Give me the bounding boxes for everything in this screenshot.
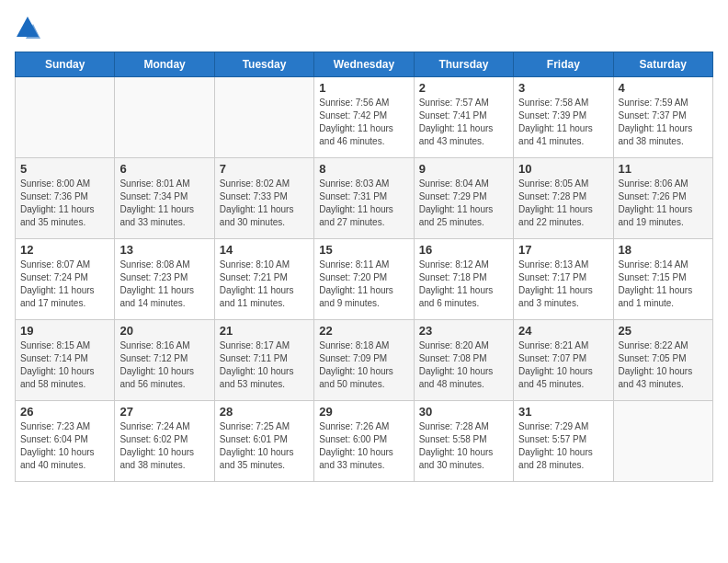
day-info: Sunrise: 8:22 AM Sunset: 7:05 PM Dayligh…	[619, 339, 708, 391]
calendar-cell	[115, 77, 214, 158]
day-number: 11	[619, 162, 708, 176]
day-info: Sunrise: 8:06 AM Sunset: 7:26 PM Dayligh…	[619, 178, 708, 229]
calendar-cell: 22Sunrise: 8:18 AM Sunset: 7:09 PM Dayli…	[314, 320, 414, 401]
calendar-cell: 1Sunrise: 7:56 AM Sunset: 7:42 PM Daylig…	[314, 77, 414, 158]
weekday-header-thursday: Thursday	[414, 52, 513, 77]
day-number: 27	[119, 405, 209, 419]
calendar-table: SundayMondayTuesdayWednesdayThursdayFrid…	[15, 52, 713, 482]
day-info: Sunrise: 8:07 AM Sunset: 7:24 PM Dayligh…	[20, 259, 109, 310]
day-number: 18	[619, 243, 708, 257]
calendar-cell: 30Sunrise: 7:28 AM Sunset: 5:58 PM Dayli…	[414, 401, 513, 482]
calendar-cell: 10Sunrise: 8:05 AM Sunset: 7:28 PM Dayli…	[514, 158, 613, 239]
day-number: 23	[419, 324, 508, 338]
day-number: 1	[319, 81, 408, 95]
calendar-cell: 2Sunrise: 7:57 AM Sunset: 7:41 PM Daylig…	[414, 77, 513, 158]
day-number: 14	[220, 243, 309, 257]
calendar-cell: 31Sunrise: 7:29 AM Sunset: 5:57 PM Dayli…	[514, 401, 613, 482]
calendar-cell: 29Sunrise: 7:26 AM Sunset: 6:00 PM Dayli…	[314, 401, 414, 482]
day-info: Sunrise: 7:24 AM Sunset: 6:02 PM Dayligh…	[119, 420, 209, 472]
day-info: Sunrise: 7:57 AM Sunset: 7:41 PM Dayligh…	[419, 97, 508, 148]
day-info: Sunrise: 7:26 AM Sunset: 6:00 PM Dayligh…	[319, 420, 408, 472]
day-number: 13	[119, 243, 209, 257]
calendar-cell: 16Sunrise: 8:12 AM Sunset: 7:18 PM Dayli…	[414, 239, 513, 320]
day-info: Sunrise: 7:25 AM Sunset: 6:01 PM Dayligh…	[220, 420, 309, 472]
day-number: 29	[319, 405, 408, 419]
day-info: Sunrise: 7:58 AM Sunset: 7:39 PM Dayligh…	[518, 97, 608, 148]
calendar-cell: 8Sunrise: 8:03 AM Sunset: 7:31 PM Daylig…	[314, 158, 414, 239]
weekday-header-saturday: Saturday	[613, 52, 712, 77]
day-info: Sunrise: 8:01 AM Sunset: 7:34 PM Dayligh…	[119, 178, 209, 229]
calendar-cell: 26Sunrise: 7:23 AM Sunset: 6:04 PM Dayli…	[16, 401, 115, 482]
day-number: 28	[220, 405, 309, 419]
day-number: 4	[619, 81, 708, 95]
day-number: 15	[319, 243, 408, 257]
calendar-cell: 12Sunrise: 8:07 AM Sunset: 7:24 PM Dayli…	[16, 239, 115, 320]
calendar-cell	[214, 77, 313, 158]
calendar-cell: 28Sunrise: 7:25 AM Sunset: 6:01 PM Dayli…	[214, 401, 313, 482]
day-number: 3	[518, 81, 608, 95]
day-number: 20	[119, 324, 209, 338]
day-number: 6	[119, 162, 209, 176]
day-info: Sunrise: 8:12 AM Sunset: 7:18 PM Dayligh…	[419, 259, 508, 310]
day-number: 24	[518, 324, 608, 338]
day-number: 2	[419, 81, 508, 95]
day-info: Sunrise: 8:11 AM Sunset: 7:20 PM Dayligh…	[319, 259, 408, 310]
calendar-cell: 27Sunrise: 7:24 AM Sunset: 6:02 PM Dayli…	[115, 401, 214, 482]
weekday-header-tuesday: Tuesday	[214, 52, 313, 77]
calendar-cell: 24Sunrise: 8:21 AM Sunset: 7:07 PM Dayli…	[514, 320, 613, 401]
calendar-cell: 3Sunrise: 7:58 AM Sunset: 7:39 PM Daylig…	[514, 77, 613, 158]
day-info: Sunrise: 7:28 AM Sunset: 5:58 PM Dayligh…	[419, 420, 508, 472]
day-number: 31	[518, 405, 608, 419]
day-number: 9	[419, 162, 508, 176]
day-number: 26	[20, 405, 109, 419]
calendar-cell: 21Sunrise: 8:17 AM Sunset: 7:11 PM Dayli…	[214, 320, 313, 401]
day-number: 5	[20, 162, 109, 176]
calendar-cell: 23Sunrise: 8:20 AM Sunset: 7:08 PM Dayli…	[414, 320, 513, 401]
day-number: 16	[419, 243, 508, 257]
day-info: Sunrise: 8:10 AM Sunset: 7:21 PM Dayligh…	[220, 259, 309, 310]
calendar-cell: 25Sunrise: 8:22 AM Sunset: 7:05 PM Dayli…	[613, 320, 712, 401]
calendar-cell: 9Sunrise: 8:04 AM Sunset: 7:29 PM Daylig…	[414, 158, 513, 239]
day-number: 21	[220, 324, 309, 338]
logo	[15, 15, 44, 40]
calendar-cell: 7Sunrise: 8:02 AM Sunset: 7:33 PM Daylig…	[214, 158, 313, 239]
day-number: 17	[518, 243, 608, 257]
day-number: 30	[419, 405, 508, 419]
day-info: Sunrise: 8:03 AM Sunset: 7:31 PM Dayligh…	[319, 178, 408, 229]
weekday-header-wednesday: Wednesday	[314, 52, 414, 77]
day-info: Sunrise: 8:05 AM Sunset: 7:28 PM Dayligh…	[518, 178, 608, 229]
day-info: Sunrise: 8:17 AM Sunset: 7:11 PM Dayligh…	[220, 339, 309, 391]
calendar-cell: 19Sunrise: 8:15 AM Sunset: 7:14 PM Dayli…	[16, 320, 115, 401]
page-header	[15, 15, 713, 40]
day-number: 8	[319, 162, 408, 176]
day-info: Sunrise: 8:21 AM Sunset: 7:07 PM Dayligh…	[518, 339, 608, 391]
day-number: 10	[518, 162, 608, 176]
day-info: Sunrise: 8:04 AM Sunset: 7:29 PM Dayligh…	[419, 178, 508, 229]
calendar-cell	[613, 401, 712, 482]
day-info: Sunrise: 8:13 AM Sunset: 7:17 PM Dayligh…	[518, 259, 608, 310]
day-number: 22	[319, 324, 408, 338]
calendar-cell: 14Sunrise: 8:10 AM Sunset: 7:21 PM Dayli…	[214, 239, 313, 320]
calendar-cell: 4Sunrise: 7:59 AM Sunset: 7:37 PM Daylig…	[613, 77, 712, 158]
calendar-cell: 17Sunrise: 8:13 AM Sunset: 7:17 PM Dayli…	[514, 239, 613, 320]
day-info: Sunrise: 8:15 AM Sunset: 7:14 PM Dayligh…	[20, 339, 109, 391]
day-number: 7	[220, 162, 309, 176]
calendar-cell: 13Sunrise: 8:08 AM Sunset: 7:23 PM Dayli…	[115, 239, 214, 320]
day-info: Sunrise: 8:16 AM Sunset: 7:12 PM Dayligh…	[119, 339, 209, 391]
logo-icon	[15, 15, 40, 40]
weekday-header-friday: Friday	[514, 52, 613, 77]
calendar-cell: 5Sunrise: 8:00 AM Sunset: 7:36 PM Daylig…	[16, 158, 115, 239]
day-number: 19	[20, 324, 109, 338]
calendar-cell: 15Sunrise: 8:11 AM Sunset: 7:20 PM Dayli…	[314, 239, 414, 320]
day-info: Sunrise: 8:14 AM Sunset: 7:15 PM Dayligh…	[619, 259, 708, 310]
calendar-cell: 6Sunrise: 8:01 AM Sunset: 7:34 PM Daylig…	[115, 158, 214, 239]
calendar-cell: 20Sunrise: 8:16 AM Sunset: 7:12 PM Dayli…	[115, 320, 214, 401]
day-number: 25	[619, 324, 708, 338]
day-info: Sunrise: 7:29 AM Sunset: 5:57 PM Dayligh…	[518, 420, 608, 472]
day-info: Sunrise: 8:00 AM Sunset: 7:36 PM Dayligh…	[20, 178, 109, 229]
calendar-cell	[16, 77, 115, 158]
calendar-cell: 18Sunrise: 8:14 AM Sunset: 7:15 PM Dayli…	[613, 239, 712, 320]
weekday-header-sunday: Sunday	[16, 52, 115, 77]
weekday-header-monday: Monday	[115, 52, 214, 77]
day-number: 12	[20, 243, 109, 257]
